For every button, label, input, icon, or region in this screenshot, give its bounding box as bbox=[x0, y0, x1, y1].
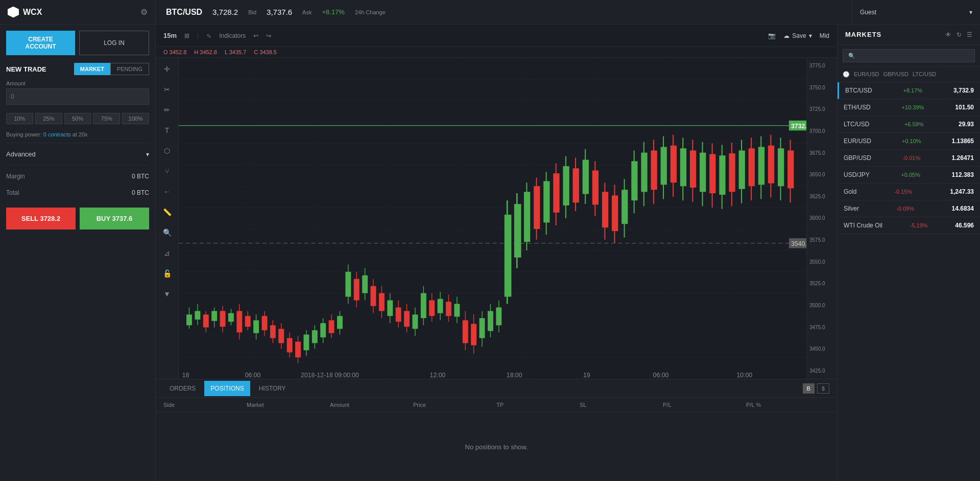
market-name: GBP/USD bbox=[844, 154, 871, 162]
svg-rect-88 bbox=[446, 302, 451, 316]
header-icons: 👁 ↻ ☰ bbox=[945, 31, 972, 38]
svg-text:18:00: 18:00 bbox=[507, 372, 522, 379]
node-tool[interactable]: ⬡ bbox=[160, 144, 174, 158]
market-item-btcusd[interactable]: BTC/USD +8.17% 3,732.9 bbox=[838, 82, 980, 99]
main-content: CREATE ACCOUNT LOG IN NEW TRADE MARKET P… bbox=[0, 25, 980, 481]
filter-clock[interactable]: 🕐 bbox=[843, 71, 850, 78]
market-item-gold[interactable]: Gold -0.15% 1,247.33 bbox=[838, 184, 980, 200]
filter-ltcusd[interactable]: LTC/USD bbox=[913, 71, 936, 78]
pending-button[interactable]: PENDING bbox=[110, 63, 149, 75]
svg-rect-50 bbox=[287, 338, 293, 352]
ask-label: Ask bbox=[302, 9, 312, 15]
toolbar-right: 📷 ☁ Save ▾ Mid bbox=[768, 32, 829, 39]
positions-tab[interactable]: POSITIONS bbox=[204, 381, 250, 396]
create-account-button[interactable]: CREATE ACCOUNT bbox=[6, 31, 75, 55]
svg-text:10:00: 10:00 bbox=[736, 372, 752, 379]
pct-75-button[interactable]: 75% bbox=[93, 113, 120, 124]
indicators-button[interactable]: Indicators bbox=[219, 32, 246, 39]
margin-label: Margin bbox=[6, 173, 25, 180]
zoom-tool[interactable]: 🔍 bbox=[160, 225, 174, 240]
screenshot-icon[interactable]: 📷 bbox=[768, 32, 776, 39]
pct-10-button[interactable]: 10% bbox=[6, 113, 33, 124]
market-item-usdjpy[interactable]: USD/JPY +0.05% 112.383 bbox=[838, 167, 980, 184]
svg-rect-116 bbox=[573, 168, 579, 202]
market-price: 3,732.9 bbox=[953, 87, 974, 94]
down-arrow-tool[interactable]: ▼ bbox=[160, 287, 174, 301]
markets-title: MARKETS bbox=[845, 31, 881, 38]
svg-rect-30 bbox=[203, 314, 209, 327]
svg-rect-28 bbox=[195, 311, 200, 319]
pen-tool[interactable]: ✏ bbox=[160, 103, 174, 117]
price-level: 3500.0 bbox=[809, 303, 834, 308]
sell-button[interactable]: SELL 3728.2 bbox=[6, 208, 76, 230]
btc-toggle[interactable]: B bbox=[803, 383, 815, 394]
svg-rect-60 bbox=[329, 320, 334, 333]
search-bar bbox=[838, 45, 980, 67]
fork-tool[interactable]: ⑂ bbox=[160, 164, 174, 178]
save-chevron: ▾ bbox=[809, 32, 812, 39]
settings-icon[interactable]: ⚙ bbox=[140, 7, 148, 17]
market-item-eurusd[interactable]: EUR/USD +0.10% 1.13865 bbox=[838, 133, 980, 150]
market-item-wticrudeoil[interactable]: WTI Crude Oil -5.19% 46.596 bbox=[838, 217, 980, 234]
refresh-icon[interactable]: ↻ bbox=[957, 31, 962, 38]
market-item-gbpusd[interactable]: GBP/USD -0.01% 1.26471 bbox=[838, 150, 980, 167]
save-button[interactable]: ☁ Save ▾ bbox=[783, 32, 811, 39]
col-amount: Amount bbox=[330, 402, 413, 408]
market-item-silver[interactable]: Silver -0.09% 14.6834 bbox=[838, 200, 980, 217]
lock-tool[interactable]: 🔓 bbox=[160, 266, 174, 281]
ohlc-close: C 3438.5 bbox=[254, 49, 277, 55]
menu-icon[interactable]: ☰ bbox=[967, 31, 972, 38]
market-item-ltcusd[interactable]: LTC/USD +6.59% 29.93 bbox=[838, 116, 980, 133]
trade-buttons: SELL 3728.2 BUY 3737.6 bbox=[6, 208, 149, 230]
guest-section[interactable]: Guest ▾ bbox=[852, 9, 980, 16]
svg-rect-46 bbox=[270, 325, 276, 338]
svg-rect-44 bbox=[262, 316, 268, 330]
market-list: BTC/USD +8.17% 3,732.9 ETH/USD +10.39% 1… bbox=[838, 82, 980, 481]
svg-rect-62 bbox=[337, 316, 343, 329]
market-name: Gold bbox=[844, 188, 856, 195]
scissors-tool[interactable]: ✂ bbox=[160, 82, 174, 97]
buy-button[interactable]: BUY 3737.6 bbox=[80, 208, 149, 230]
filter-gbpusd[interactable]: GBP/USD bbox=[883, 71, 909, 78]
price-level: 3700.0 bbox=[809, 128, 834, 134]
ohlc-type-icon[interactable]: ⊞ bbox=[184, 32, 189, 39]
text-tool[interactable]: T bbox=[160, 123, 174, 138]
svg-rect-150 bbox=[739, 150, 745, 189]
back-tool[interactable]: ← bbox=[160, 185, 174, 199]
eye-icon[interactable]: 👁 bbox=[945, 31, 951, 38]
orders-tab[interactable]: ORDERS bbox=[163, 381, 202, 396]
pct-25-button[interactable]: 25% bbox=[35, 113, 62, 124]
markets-search[interactable] bbox=[843, 49, 975, 62]
advanced-section[interactable]: Advanced ▾ bbox=[6, 148, 149, 160]
undo-button[interactable]: ↩ bbox=[253, 32, 258, 39]
svg-text:3732.9: 3732.9 bbox=[791, 123, 806, 130]
crosshair-tool[interactable]: ✛ bbox=[160, 62, 174, 76]
ohlc-open: O 3452.8 bbox=[163, 49, 186, 55]
filter-eurusd[interactable]: EUR/USD bbox=[854, 71, 879, 78]
svg-rect-124 bbox=[612, 195, 618, 231]
ruler-tool[interactable]: 📏 bbox=[160, 205, 174, 219]
login-button[interactable]: LOG IN bbox=[79, 31, 149, 55]
price-axis: 3775.0 3750.0 3725.0 3700.0 3675.0 3650.… bbox=[806, 58, 837, 379]
pct-100-button[interactable]: 100% bbox=[122, 113, 149, 124]
market-name: LTC/USD bbox=[844, 121, 869, 128]
col-pl: P/L bbox=[663, 402, 746, 408]
buying-power-link[interactable]: 0 contracts bbox=[43, 131, 71, 138]
amount-input[interactable] bbox=[6, 88, 149, 105]
redo-button[interactable]: ↪ bbox=[266, 32, 271, 39]
total-label: Total bbox=[6, 189, 19, 196]
market-button[interactable]: MARKET bbox=[74, 63, 110, 75]
market-filter: 🕐 EUR/USD GBP/USD LTC/USD bbox=[838, 67, 980, 82]
usd-toggle[interactable]: $ bbox=[817, 383, 829, 394]
svg-rect-74 bbox=[387, 300, 393, 316]
market-item-ethusd[interactable]: ETH/USD +10.39% 101.50 bbox=[838, 99, 980, 116]
svg-rect-66 bbox=[354, 279, 360, 301]
divider-1 bbox=[6, 143, 149, 143]
pct-50-button[interactable]: 50% bbox=[64, 113, 91, 124]
magnet-tool[interactable]: ⊿ bbox=[160, 246, 174, 260]
wave-icon[interactable]: ∿ bbox=[206, 32, 211, 39]
market-price: 46.596 bbox=[955, 222, 974, 229]
history-tab[interactable]: HISTORY bbox=[253, 381, 292, 396]
ohlc-high: H 3452.8 bbox=[194, 49, 217, 55]
timeframe-button[interactable]: 15m bbox=[163, 32, 177, 39]
